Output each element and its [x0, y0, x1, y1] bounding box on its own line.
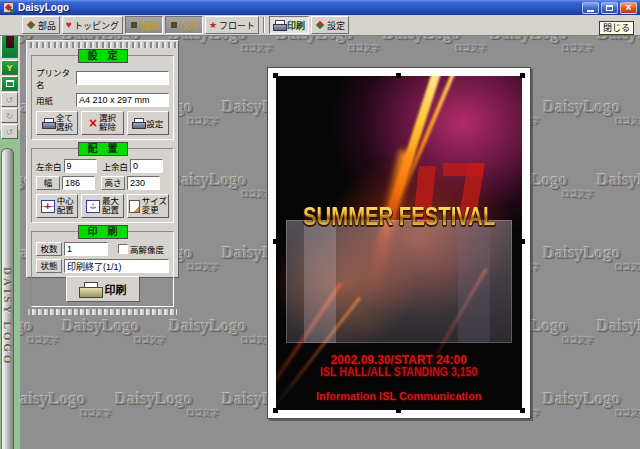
selection-handle[interactable] [396, 408, 401, 413]
toolbar-label: フロート [219, 19, 255, 32]
poster-info-line: Information ISL Communication [282, 390, 516, 402]
status-label: 状態 [36, 259, 62, 273]
watermark-tile: DaisyLogoロゴ文字 [490, 36, 594, 64]
window-title: DaisyLogo [18, 2, 69, 13]
dark-square-icon [169, 20, 179, 30]
dark-square-icon [129, 20, 139, 30]
center-label: 配置 [57, 206, 74, 215]
deselect-label: 解除 [99, 123, 116, 132]
restore-button[interactable] [601, 2, 618, 14]
toolbar-button-parts[interactable]: 部品 [22, 16, 60, 34]
close-button[interactable]: × [620, 2, 637, 14]
print-button[interactable]: 印刷 [66, 276, 140, 302]
status-input[interactable] [64, 259, 169, 273]
toolbar: 部品 ♥ トッピング 描画 文字 ★ フロート 印刷 設定 [0, 15, 640, 36]
toolbar-button-draw[interactable]: 描画 [125, 16, 163, 34]
paper-size-input[interactable] [76, 93, 169, 107]
watermark-tile: DaisyLogoロゴ文字 [597, 316, 640, 356]
toolbar-button-topping[interactable]: ♥ トッピング [62, 16, 123, 34]
printer-icon [273, 20, 285, 30]
close-icon: × [626, 3, 632, 13]
height-input[interactable] [127, 176, 160, 190]
sidebar-y-tool-button[interactable]: Y [1, 60, 18, 75]
preview-paper[interactable]: SUMMER FESTIVAL 2002.09.30/START 24:00 I… [267, 67, 531, 419]
left-margin-input[interactable] [64, 159, 97, 173]
max-label: 配置 [102, 206, 119, 215]
top-margin-label: 上余白 [103, 160, 129, 172]
deselect-printers-button[interactable]: × 選択 解除 [81, 111, 123, 135]
printer-icon [42, 118, 54, 128]
top-margin-input[interactable] [130, 159, 163, 173]
toolbar-button-settings[interactable]: 設定 [311, 16, 349, 34]
copies-label: 枚数 [36, 242, 62, 256]
toolbar-separator [263, 17, 265, 33]
toolbar-label: トッピング [74, 19, 119, 32]
print-panel: 設 定 プリンタ名 用紙 全て 選択 × [26, 40, 179, 278]
watermark-tile: DaisyLogoロゴ文字 [543, 389, 640, 429]
restore-icon [606, 5, 613, 11]
selection-handle[interactable] [520, 408, 525, 413]
sidebar-repeat-button[interactable]: ↺ [1, 124, 18, 139]
minimize-icon [587, 10, 594, 12]
translucent-block [286, 220, 512, 344]
star-icon: ★ [209, 20, 217, 30]
expand-arrows-icon [86, 200, 100, 213]
watermark-tile: DaisyLogoロゴ文字 [543, 97, 640, 137]
toolbar-button-text[interactable]: 文字 [165, 16, 203, 34]
watermark-tile: DaisyLogoロゴ文字 [62, 316, 166, 356]
layout-group-title: 配 置 [78, 142, 128, 156]
redo-icon: ↻ [6, 111, 14, 121]
selection-handle[interactable] [273, 73, 278, 78]
high-res-checkbox[interactable] [118, 244, 128, 254]
watermark-tile: DaisyLogoロゴ文字 [597, 36, 640, 64]
y-tool-icon: Y [6, 63, 12, 73]
width-input[interactable] [62, 176, 95, 190]
undo-icon: ↺ [6, 95, 14, 105]
select-all-label: 選択 [56, 123, 73, 132]
center-placement-button[interactable]: 中心 配置 [36, 194, 78, 218]
select-all-printers-button[interactable]: 全て 選択 [36, 111, 78, 135]
selection-handle[interactable] [273, 408, 278, 413]
toolbar-label: 設定 [327, 19, 345, 32]
diamond-icon [26, 20, 36, 30]
settings-group: 設 定 プリンタ名 用紙 全て 選択 × [31, 55, 174, 140]
printer-icon [79, 282, 101, 297]
resize-button[interactable]: サイズ 変更 [127, 194, 169, 218]
selection-handle[interactable] [520, 239, 525, 244]
diamond-icon [315, 20, 325, 30]
app-window: DaisyLogoロゴ文字DaisyLogoロゴ文字DaisyLogoロゴ文字D… [0, 0, 640, 449]
width-label: 幅 [36, 176, 60, 190]
high-res-label: 高解像度 [130, 243, 164, 255]
panel-zigzag-bottom [28, 309, 177, 315]
watermark-tile: DaisyLogoロゴ文字 [383, 36, 487, 64]
max-placement-button[interactable]: 最大 配置 [81, 194, 123, 218]
heart-icon: ♥ [66, 20, 72, 30]
watermark-tile: DaisyLogoロゴ文字 [169, 316, 273, 356]
paper-label: 用紙 [36, 94, 74, 106]
printer-icon [132, 118, 144, 128]
toolbar-label: 印刷 [287, 19, 305, 32]
repeat-icon: ↺ [6, 127, 14, 137]
print-group-title: 印 刷 [78, 225, 128, 239]
copies-input[interactable] [64, 242, 108, 256]
printer-config-button[interactable]: 設定 [127, 111, 169, 135]
selection-handle[interactable] [520, 73, 525, 78]
selection-handle[interactable] [396, 73, 401, 78]
toolbar-button-print[interactable]: 印刷 [269, 16, 309, 34]
resize-label: 変更 [142, 206, 167, 215]
titlebar: DaisyLogo × [0, 0, 640, 15]
page-icon [129, 200, 140, 213]
toolbar-button-float[interactable]: ★ フロート [205, 16, 259, 34]
sidebar-redo-button[interactable]: ↻ [1, 108, 18, 123]
printer-name-input[interactable] [76, 71, 169, 85]
layout-group: 配 置 左余白 上余白 幅 高さ 中心 配置 [31, 148, 174, 223]
watermark-tile: DaisyLogoロゴ文字 [543, 243, 640, 283]
selection-handle[interactable] [273, 239, 278, 244]
watermark-tile: DaisyLogoロゴ文字 [8, 389, 112, 429]
sidebar-window-tool-button[interactable] [1, 76, 18, 91]
rail-label: DAISY LOGO [2, 267, 14, 449]
app-icon [3, 2, 14, 13]
sidebar-undo-button[interactable]: ↺ [1, 92, 18, 107]
close-tooltip: 閉じる [599, 21, 634, 35]
minimize-button[interactable] [582, 2, 599, 14]
